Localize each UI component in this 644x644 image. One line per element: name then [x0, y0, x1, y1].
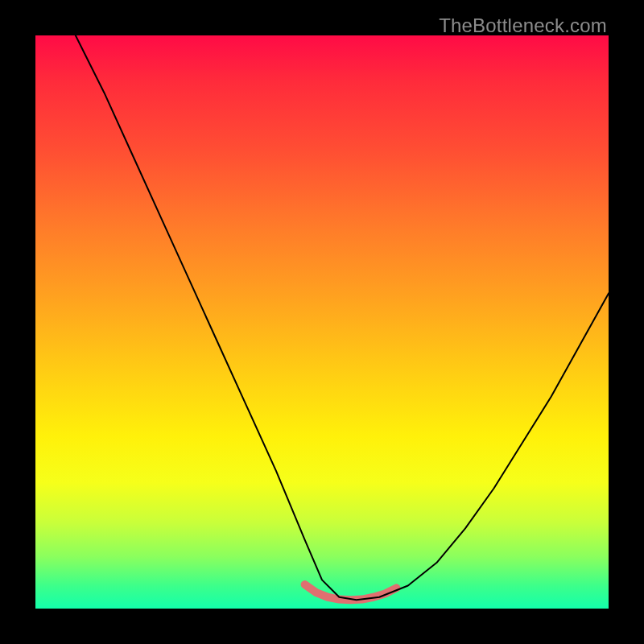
hump-curve	[305, 584, 397, 600]
plot-area	[35, 35, 609, 609]
main-curve	[76, 35, 609, 600]
curve-layer	[35, 35, 609, 609]
chart-frame: TheBottleneck.com	[0, 0, 644, 644]
watermark-text: TheBottleneck.com	[439, 14, 607, 37]
